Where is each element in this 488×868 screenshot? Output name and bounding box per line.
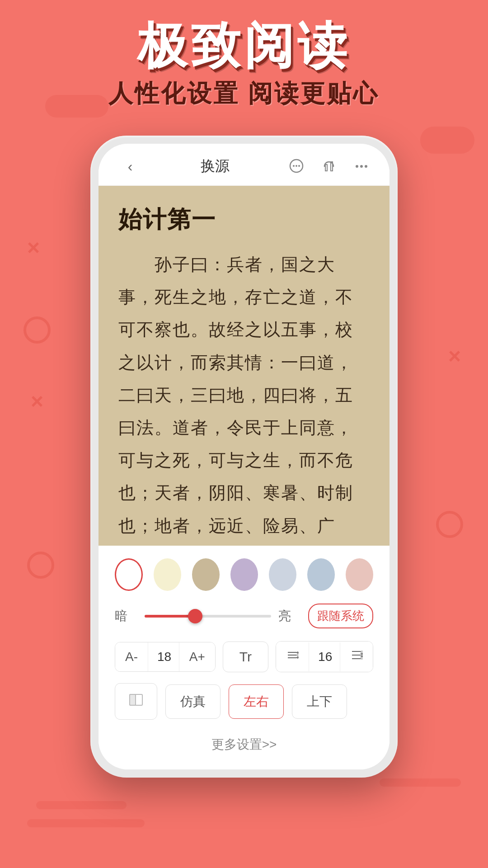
line-spacing-group: 16	[276, 641, 373, 672]
font-size-value: 18	[148, 642, 179, 671]
deco-x-1: ×	[27, 235, 40, 260]
brightness-row: 暗 亮 跟随系统	[115, 604, 373, 628]
deco-wave-1	[36, 801, 127, 809]
light-label: 亮	[278, 608, 301, 625]
deco-circle-2	[27, 552, 54, 579]
brightness-slider[interactable]	[145, 615, 271, 618]
font-type-button[interactable]: Tr	[223, 642, 268, 672]
color-cream[interactable]	[154, 558, 181, 591]
line-spacing-decrease[interactable]	[276, 642, 309, 672]
color-swatches	[115, 558, 373, 591]
font-increase-button[interactable]: A+	[179, 642, 215, 671]
phone-inner: ‹ 换源	[99, 144, 389, 769]
slider-thumb	[188, 609, 202, 623]
line-spacing-increase[interactable]	[340, 642, 373, 672]
svg-point-2	[296, 165, 297, 167]
more-icon[interactable]	[352, 156, 371, 176]
deco-wave-2	[27, 819, 145, 827]
svg-point-6	[365, 165, 367, 168]
phone-outer: ‹ 换源	[90, 136, 398, 778]
mode-row: 仿真 左右 上下	[115, 683, 373, 720]
reading-text: 孙子曰：兵者，国之大事，死生之地，存亡之道，不可不察也。故经之以五事，校之以计，…	[118, 248, 370, 546]
top-bar-title: 换源	[201, 156, 230, 176]
color-tan[interactable]	[192, 558, 220, 591]
chapter-title: 始计第一	[118, 204, 370, 236]
font-decrease-button[interactable]: A-	[115, 642, 148, 671]
deco-x-2: ×	[31, 389, 43, 414]
line-spacing-value: 16	[309, 642, 340, 671]
top-bar-icons	[286, 156, 371, 176]
ud-mode-button[interactable]: 上下	[292, 684, 347, 719]
deco-circle-1	[23, 316, 51, 344]
phone-mockup: ‹ 换源	[90, 136, 398, 778]
color-lightgray[interactable]	[269, 558, 296, 591]
sub-title: 人性化设置 阅读更贴心	[0, 77, 488, 110]
deco-circle-3	[436, 511, 463, 538]
system-follow-button[interactable]: 跟随系统	[308, 604, 373, 628]
color-lavender[interactable]	[230, 558, 258, 591]
deco-blob-1	[420, 127, 474, 154]
screen-content: ‹ 换源	[99, 144, 389, 769]
color-pink[interactable]	[346, 558, 373, 591]
back-button[interactable]: ‹	[117, 158, 144, 175]
color-lightblue[interactable]	[307, 558, 335, 591]
svg-point-3	[298, 165, 300, 167]
deco-wave-3	[380, 778, 461, 787]
color-white[interactable]	[115, 558, 143, 591]
settings-panel: 暗 亮 跟随系统 A- 18 A+	[99, 546, 389, 769]
font-controls: A- 18 A+ Tr	[115, 641, 373, 672]
svg-rect-16	[130, 694, 136, 705]
dark-label: 暗	[115, 608, 137, 625]
title-area: 极致阅读 人性化设置 阅读更贴心	[0, 18, 488, 110]
more-settings[interactable]: 更多设置>>	[115, 729, 373, 757]
chat-icon[interactable]	[286, 156, 306, 176]
top-bar: ‹ 换源	[99, 144, 389, 186]
audio-icon[interactable]	[319, 156, 339, 176]
simulate-mode-button[interactable]: 仿真	[165, 684, 221, 719]
page-layout-button[interactable]	[115, 683, 157, 720]
svg-point-1	[293, 165, 295, 167]
svg-point-5	[360, 165, 363, 168]
font-size-group: A- 18 A+	[115, 642, 216, 672]
reading-area[interactable]: 始计第一 孙子曰：兵者，国之大事，死生之地，存亡之道，不可不察也。故经之以五事，…	[99, 186, 389, 546]
lr-mode-button[interactable]: 左右	[229, 684, 284, 719]
deco-x-3: ×	[448, 344, 461, 368]
main-title: 极致阅读	[0, 18, 488, 73]
svg-point-4	[356, 165, 358, 168]
